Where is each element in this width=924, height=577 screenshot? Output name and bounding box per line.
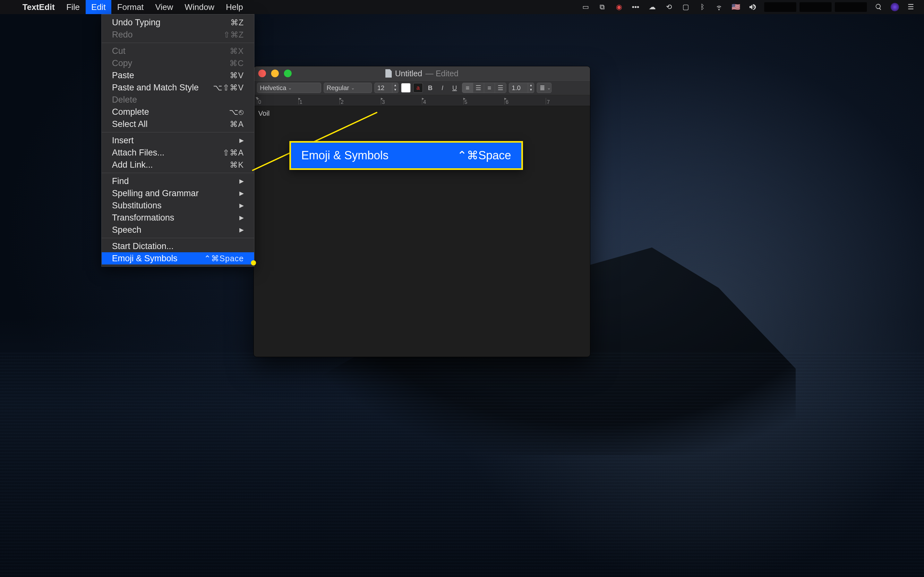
align-justify-button[interactable]: ☰ [495,83,506,93]
alignment-segmented: ≡ ☰ ≡ ☰ [462,83,506,93]
menu-item-insert[interactable]: Insert ▶ [102,134,254,147]
ruler-number: 2 [341,99,344,105]
callout-shortcut: ⌃⌘Space [457,149,511,162]
chevron-right-icon: ▶ [239,202,244,209]
step-down-icon[interactable]: ▼ [393,87,398,92]
align-left-button[interactable]: ≡ [462,83,473,93]
menu-item-paste[interactable]: Paste ⌘V [102,69,254,81]
chevron-right-icon: ▶ [239,214,244,221]
text-color-swatch[interactable]: a [413,83,423,93]
step-up-icon[interactable]: ▲ [393,83,398,87]
chevron-right-icon: ▶ [239,226,244,234]
document-text: Voil [258,109,270,117]
list-style-select[interactable]: ≣ ⌄ [537,83,551,93]
timemachine-icon[interactable]: ⟲ [664,2,674,12]
ruler-number: 0 [258,99,261,105]
font-family-select[interactable]: Helvetica ⌄ [257,83,321,93]
menu-item-cut[interactable]: Cut ⌘X [102,45,254,57]
font-style-select[interactable]: Regular ⌄ [324,83,372,93]
record-icon[interactable]: ◉ [614,2,624,12]
fill-color-swatch[interactable] [401,83,411,93]
menu-item-undo[interactable]: Undo Typing ⌘Z [102,16,254,29]
ruler-number: 4 [423,99,426,105]
chevron-right-icon: ▶ [239,177,244,185]
menu-item-speech[interactable]: Speech ▶ [102,224,254,236]
title-text: Untitled [395,69,422,78]
textedit-window: Untitled — Edited Helvetica ⌄ Regular ⌄ … [254,66,590,357]
menu-item-add-link[interactable]: Add Link... ⌘K [102,159,254,171]
callout-label: Emoji & Symbols [301,149,389,162]
window-title: Untitled — Edited [385,69,459,78]
title-subtitle: — Edited [425,69,459,78]
chevron-updown-icon: ⌄ [351,85,355,90]
cloud-icon[interactable]: ☁ [648,2,657,12]
app-name-menu[interactable]: TextEdit [17,0,61,14]
flag-us-icon[interactable]: 🇺🇸 [731,2,740,12]
ruler-number: 6 [506,99,509,105]
menu-edit[interactable]: Edit [86,0,111,14]
menu-item-substitutions[interactable]: Substitutions ▶ [102,199,254,211]
menu-separator [102,238,254,238]
menu-item-redo[interactable]: Redo ⇧⌘Z [102,29,254,41]
menu-item-delete[interactable]: Delete [102,93,254,106]
step-up-icon[interactable]: ▲ [528,83,534,87]
step-down-icon[interactable]: ▼ [528,87,534,92]
menu-help[interactable]: Help [220,0,249,14]
annotation-dot [251,260,256,266]
menu-separator [102,132,254,132]
menu-item-complete[interactable]: Complete ⌥⎋ [102,106,254,118]
display-icon[interactable]: ▭ [581,2,590,12]
bold-button[interactable]: B [425,83,435,93]
menu-item-start-dictation[interactable]: Start Dictation... [102,240,254,252]
align-right-button[interactable]: ≡ [484,83,495,93]
menu-item-paste-match[interactable]: Paste and Match Style ⌥⇧⌘V [102,81,254,93]
ruler-number: 1 [300,99,302,105]
notifications-icon[interactable]: ☰ [906,2,916,12]
wifi-icon[interactable] [714,2,724,12]
format-toolbar: Helvetica ⌄ Regular ⌄ 12 ▲▼ a B I U ≡ ☰ … [254,81,590,95]
align-center-button[interactable]: ☰ [473,83,484,93]
ruler-number: 7 [547,99,550,105]
menu-separator [102,43,254,43]
ruler-number: 3 [382,99,385,105]
menu-item-copy[interactable]: Copy ⌘C [102,57,254,69]
apple-menu[interactable] [5,0,17,14]
menu-item-find[interactable]: Find ▶ [102,175,254,187]
menu-file[interactable]: File [61,0,86,14]
chevron-down-icon: ⌄ [547,85,551,90]
italic-button[interactable]: I [438,83,447,93]
siri-icon[interactable] [891,3,899,11]
document-icon [385,69,392,77]
underline-button[interactable]: U [450,83,459,93]
chevron-updown-icon: ⌄ [288,85,292,90]
menu-item-emoji-symbols[interactable]: Emoji & Symbols ⌃⌘Space [102,252,254,264]
ruler-number: 5 [465,99,467,105]
menu-item-spelling[interactable]: Spelling and Grammar ▶ [102,187,254,199]
airplay-icon[interactable]: ▢ [681,2,690,12]
zoom-button[interactable] [284,69,292,77]
dots-icon[interactable]: ••• [631,2,640,12]
list-icon: ≣ [540,84,545,92]
chevron-right-icon: ▶ [239,137,244,144]
menu-window[interactable]: Window [179,0,220,14]
menu-item-transformations[interactable]: Transformations ▶ [102,211,254,224]
menu-bar-status: ▭ ⧉ ◉ ••• ☁ ⟲ ▢ ᛒ 🇺🇸 ☰ [581,2,919,12]
menu-view[interactable]: View [150,0,179,14]
window-titlebar[interactable]: Untitled — Edited [254,66,590,81]
dropbox-icon[interactable]: ⧉ [598,2,607,12]
menu-item-attach-files[interactable]: Attach Files... ⇧⌘A [102,147,254,159]
line-spacing-stepper[interactable]: 1.0 ▲▼ [509,83,534,93]
wallpaper-waves [0,353,924,577]
font-size-stepper[interactable]: 12 ▲▼ [375,83,399,93]
annotation-callout: Emoji & Symbols ⌃⌘Space [289,141,523,170]
minimize-button[interactable] [271,69,279,77]
volume-icon[interactable] [748,2,757,12]
menu-item-select-all[interactable]: Select All ⌘A [102,118,254,130]
ruler[interactable]: ▾ ▸0 ▸1 ▸2 ▸3 ▸4 ▸5 ▸6 7 [254,95,590,106]
redacted-area [764,2,867,12]
spotlight-icon[interactable] [874,2,884,12]
menu-format[interactable]: Format [111,0,149,14]
close-button[interactable] [258,69,266,77]
bluetooth-icon[interactable]: ᛒ [698,2,707,12]
window-controls [258,69,292,77]
